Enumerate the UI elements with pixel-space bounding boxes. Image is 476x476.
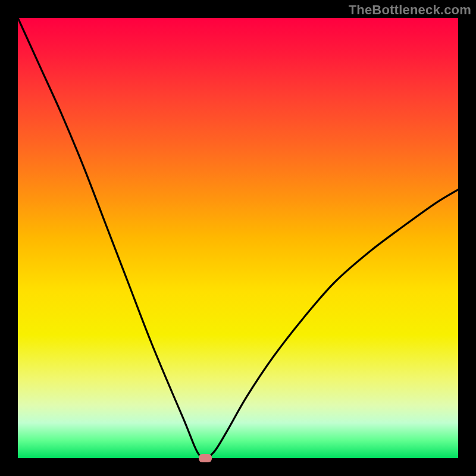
chart-frame: TheBottleneck.com <box>0 0 476 476</box>
optimum-marker <box>199 454 212 462</box>
watermark-text: TheBottleneck.com <box>349 2 471 18</box>
chart-curve <box>18 18 458 458</box>
bottleneck-curve-path <box>18 18 458 459</box>
